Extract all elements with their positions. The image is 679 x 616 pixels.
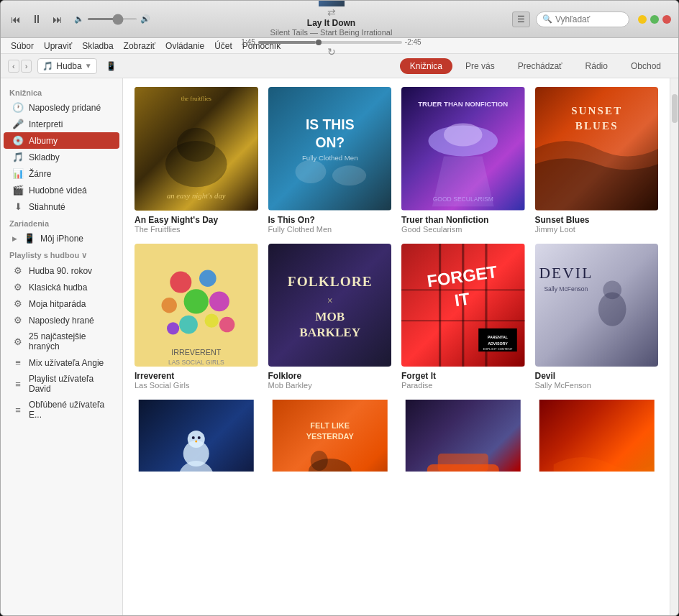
sidebar-item-skladby[interactable]: 🎵 Skladby	[4, 149, 119, 165]
album-cover: SUNSET BLUES	[535, 87, 659, 211]
progress-thumb	[316, 40, 322, 45]
now-playing-art	[319, 0, 345, 6]
sidebar-label-albumy: Albumy	[29, 136, 58, 146]
sidebar-item-naposledy[interactable]: 🕐 Naposledy pridané	[4, 99, 119, 116]
sidebar-item-oblubene-e[interactable]: ≡ Obľúbené užívateľa E...	[4, 397, 119, 423]
sidebar-item-albumy[interactable]: 💿 Albumy	[4, 132, 119, 149]
menu-zobrazt[interactable]: Zobraziť	[119, 40, 160, 52]
sidebar-label-stiahnte: Stiahnuté	[29, 202, 65, 212]
now-playing-artist: Silent Tails — Start Being Irrational	[241, 28, 421, 37]
album-item[interactable]: FORGET IT PARENTAL ADVISORY EXPLICIT CON…	[401, 244, 525, 390]
album-item[interactable]	[401, 400, 525, 476]
album-cover	[135, 400, 258, 472]
album-cover: FELT LIKE YESTERDAY	[268, 400, 392, 472]
list-icon-2: ≡	[12, 379, 24, 390]
minimize-button[interactable]	[638, 15, 647, 24]
sidebar-item-iphone[interactable]: ▶ 📱 Môj iPhone	[4, 230, 119, 247]
shuffle-button[interactable]: ⇄	[323, 6, 340, 18]
maximize-button[interactable]	[650, 15, 659, 24]
menu-upravit[interactable]: Upraviť	[40, 40, 76, 52]
album-item[interactable]: IS THIS ON? Fully Clothed Men Is This On…	[268, 87, 392, 234]
tab-kniznica[interactable]: Knižnica	[400, 58, 452, 74]
svg-text:TRUER THAN NONFICTION: TRUER THAN NONFICTION	[418, 100, 508, 108]
svg-text:DEVIL: DEVIL	[539, 265, 593, 282]
svg-point-30	[205, 313, 219, 327]
album-item[interactable]: DEVIL Sally McFenson Devil Sally McFenso…	[535, 244, 659, 390]
menu-subor[interactable]: Súbor	[6, 40, 38, 52]
volume-control: 🔈 🔊	[74, 14, 150, 24]
album-item[interactable]: SUNSET BLUES Sunset Blues Jimmy Loot	[535, 87, 659, 234]
svg-text:IT: IT	[453, 289, 471, 310]
sidebar-label-iphone: Môj iPhone	[40, 234, 83, 244]
scrollbar[interactable]	[670, 78, 678, 615]
microphone-icon: 🎤	[12, 119, 24, 129]
titlebar: ⏮ ⏸ ⏭ 🔈 🔊	[1, 1, 678, 38]
sidebar-section-playlists[interactable]: Playlisty s hudbou ∨	[1, 247, 122, 262]
sidebar-item-klasicka[interactable]: ⚙ Klasická hudba	[4, 279, 119, 295]
list-view-button[interactable]: ☰	[512, 12, 530, 27]
library-selector[interactable]: 🎵 Hudba ▼	[37, 58, 96, 74]
sidebar-item-playlist-david[interactable]: ≡ Playlist užívateľa David	[4, 371, 119, 397]
album-cover: DEVIL Sally McFenson	[535, 244, 659, 367]
sidebar-item-zanre[interactable]: 📊 Žánre	[4, 165, 119, 182]
sidebar-label-skladby: Skladby	[29, 152, 60, 162]
album-title: Irreverent	[135, 371, 258, 381]
sidebar-item-hudba-90[interactable]: ⚙ Hudba 90. rokov	[4, 262, 119, 279]
nav-back-button[interactable]: ‹	[8, 60, 19, 73]
album-item[interactable]	[535, 400, 659, 476]
sidebar-label-oblubene-e: Obľúbené užívateľa E...	[29, 400, 111, 420]
search-input[interactable]	[555, 14, 620, 24]
sidebar-item-mix-angie[interactable]: ≡ Mix užívateľa Angie	[4, 354, 119, 371]
phone-icon: 📱	[24, 233, 35, 244]
scrollbar-thumb[interactable]	[672, 94, 678, 123]
album-title: Devil	[535, 371, 659, 381]
svg-text:Sally McFenson: Sally McFenson	[544, 285, 588, 293]
sidebar-item-stiahnte[interactable]: ⬇ Stiahnuté	[4, 198, 119, 215]
nav-forward-button[interactable]: ›	[21, 60, 32, 73]
prev-button[interactable]: ⏮	[8, 12, 24, 27]
album-item[interactable]: FOLKLORE × MOB BARKLEY Folklore Mob Bark…	[268, 244, 392, 390]
svg-text:YESTERDAY: YESTERDAY	[306, 432, 354, 441]
album-artist: Mob Barkley	[268, 381, 392, 390]
sidebar-label-interpreti: Interpreti	[29, 119, 63, 129]
main-window: ⏮ ⏸ ⏭ 🔈 🔊	[0, 0, 679, 616]
sidebar-item-interpreti[interactable]: 🎤 Interpreti	[4, 116, 119, 132]
download-icon: ⬇	[12, 201, 24, 212]
next-button[interactable]: ⏭	[50, 12, 65, 27]
sidebar-label-hitparada: Moja hitparáda	[29, 299, 86, 309]
album-title: Sunset Blues	[535, 215, 659, 225]
album-item[interactable]: an easy night's day the fruitflies An Ea…	[135, 87, 258, 234]
tab-prechadzat[interactable]: Prechádzať	[508, 58, 573, 74]
window-controls	[638, 15, 671, 24]
tab-pre-vas[interactable]: Pre vás	[455, 58, 505, 74]
tab-radio[interactable]: Rádio	[575, 58, 618, 74]
volume-slider-input[interactable]	[87, 18, 137, 20]
svg-text:IRREVERENT: IRREVERENT	[171, 348, 221, 357]
sidebar-label-naposledy: Naposledy pridané	[29, 103, 101, 113]
progress-bar[interactable]	[258, 41, 402, 44]
sidebar-item-25-najcastejsie[interactable]: ⚙ 25 najčastejšie hraných	[4, 328, 119, 354]
repeat-button[interactable]: ↻	[323, 46, 340, 58]
album-item[interactable]: TRUER THAN NONFICTION GOOD SECULARISM Tr…	[401, 87, 525, 234]
album-item[interactable]	[135, 400, 258, 476]
album-item[interactable]: IRREVERENT LAS SOCIAL GIRLS Irreverent L…	[135, 244, 258, 390]
sidebar-item-hitparada[interactable]: ⚙ Moja hitparáda	[4, 295, 119, 312]
close-button[interactable]	[662, 15, 671, 24]
album-artist: Fully Clothed Men	[268, 225, 392, 234]
sidebar-label-hudobne-videa: Hudobné videá	[29, 185, 87, 196]
sidebar-label-playlist-david: Playlist užívateľa David	[29, 374, 111, 394]
svg-text:FELT LIKE: FELT LIKE	[310, 421, 350, 430]
svg-point-31	[167, 322, 179, 334]
svg-point-54	[603, 280, 621, 299]
svg-rect-52	[535, 244, 659, 367]
album-item[interactable]: FELT LIKE YESTERDAY	[268, 400, 392, 476]
sidebar-item-hudobne-videa[interactable]: 🎬 Hudobné videá	[4, 182, 119, 198]
sidebar-item-naposledy-hrane[interactable]: ⚙ Naposledy hrané	[4, 312, 119, 328]
toolbar: ‹ › 🎵 Hudba ▼ 📱 Knižnica Pre vás Prechád…	[1, 54, 678, 78]
svg-point-63	[195, 441, 197, 443]
play-pause-button[interactable]: ⏸	[28, 12, 45, 27]
menu-skladba[interactable]: Skladba	[78, 40, 117, 52]
sidebar: Knižnica 🕐 Naposledy pridané 🎤 Interpret…	[1, 78, 123, 615]
tab-obchod[interactable]: Obchod	[621, 58, 671, 74]
list-icon-3: ≡	[12, 405, 24, 415]
